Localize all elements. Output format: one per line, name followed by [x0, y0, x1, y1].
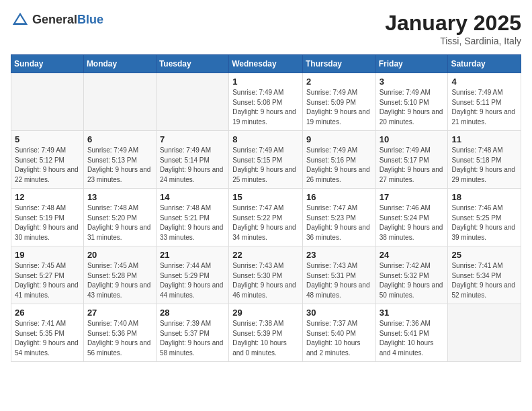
- week-row-3: 12Sunrise: 7:48 AMSunset: 5:19 PMDayligh…: [11, 189, 521, 246]
- day-cell: 19Sunrise: 7:45 AMSunset: 5:27 PMDayligh…: [11, 246, 84, 304]
- day-number: 23: [306, 250, 372, 260]
- day-info: Sunrise: 7:42 AMSunset: 5:32 PMDaylight:…: [380, 261, 445, 300]
- day-info: Sunrise: 7:48 AMSunset: 5:20 PMDaylight:…: [87, 203, 152, 242]
- day-cell: 26Sunrise: 7:41 AMSunset: 5:35 PMDayligh…: [11, 304, 84, 362]
- weekday-header-saturday: Saturday: [448, 55, 521, 73]
- day-cell: 29Sunrise: 7:38 AMSunset: 5:39 PMDayligh…: [229, 304, 303, 362]
- day-cell: [83, 73, 156, 131]
- day-number: 29: [232, 308, 299, 318]
- week-row-2: 5Sunrise: 7:49 AMSunset: 5:12 PMDaylight…: [11, 131, 521, 189]
- day-info: Sunrise: 7:48 AMSunset: 5:18 PMDaylight:…: [451, 146, 517, 185]
- day-cell: 11Sunrise: 7:48 AMSunset: 5:18 PMDayligh…: [448, 131, 521, 189]
- day-info: Sunrise: 7:36 AMSunset: 5:41 PMDaylight:…: [380, 319, 445, 358]
- day-cell: 28Sunrise: 7:39 AMSunset: 5:37 PMDayligh…: [156, 304, 228, 362]
- day-cell: 23Sunrise: 7:43 AMSunset: 5:31 PMDayligh…: [302, 246, 375, 304]
- day-cell: 8Sunrise: 7:49 AMSunset: 5:15 PMDaylight…: [229, 131, 303, 189]
- calendar-table: SundayMondayTuesdayWednesdayThursdayFrid…: [11, 54, 521, 362]
- day-info: Sunrise: 7:41 AMSunset: 5:34 PMDaylight:…: [451, 261, 517, 300]
- weekday-header-row: SundayMondayTuesdayWednesdayThursdayFrid…: [11, 55, 521, 73]
- month-title: January 2025: [385, 11, 521, 36]
- day-number: 17: [380, 192, 445, 202]
- day-number: 7: [160, 134, 225, 144]
- day-number: 5: [15, 134, 80, 144]
- day-number: 4: [451, 77, 517, 87]
- day-info: Sunrise: 7:45 AMSunset: 5:28 PMDaylight:…: [87, 261, 152, 300]
- day-number: 20: [87, 250, 152, 260]
- day-cell: 4Sunrise: 7:49 AMSunset: 5:11 PMDaylight…: [448, 73, 521, 131]
- day-cell: 25Sunrise: 7:41 AMSunset: 5:34 PMDayligh…: [448, 246, 521, 304]
- day-cell: 20Sunrise: 7:45 AMSunset: 5:28 PMDayligh…: [83, 246, 156, 304]
- day-number: 6: [87, 134, 152, 144]
- day-cell: 21Sunrise: 7:44 AMSunset: 5:29 PMDayligh…: [156, 246, 228, 304]
- day-info: Sunrise: 7:49 AMSunset: 5:09 PMDaylight:…: [306, 88, 372, 127]
- day-number: 2: [306, 77, 372, 87]
- day-cell: 22Sunrise: 7:43 AMSunset: 5:30 PMDayligh…: [229, 246, 303, 304]
- weekday-header-thursday: Thursday: [302, 55, 375, 73]
- day-cell: 30Sunrise: 7:37 AMSunset: 5:40 PMDayligh…: [302, 304, 375, 362]
- weekday-header-friday: Friday: [375, 55, 448, 73]
- title-block: January 2025 Tissi, Sardinia, Italy: [385, 11, 521, 46]
- day-number: 13: [87, 192, 152, 202]
- day-info: Sunrise: 7:49 AMSunset: 5:12 PMDaylight:…: [15, 146, 80, 185]
- day-info: Sunrise: 7:48 AMSunset: 5:19 PMDaylight:…: [15, 203, 80, 242]
- day-number: 11: [451, 134, 517, 144]
- day-number: 10: [380, 134, 445, 144]
- day-number: 28: [160, 308, 225, 318]
- day-cell: 12Sunrise: 7:48 AMSunset: 5:19 PMDayligh…: [11, 189, 84, 246]
- day-number: 3: [380, 77, 445, 87]
- day-info: Sunrise: 7:46 AMSunset: 5:24 PMDaylight:…: [380, 203, 445, 242]
- day-number: 19: [15, 250, 80, 260]
- logo-general-text: GeneralBlue: [32, 13, 103, 27]
- week-row-5: 26Sunrise: 7:41 AMSunset: 5:35 PMDayligh…: [11, 304, 521, 362]
- day-cell: 2Sunrise: 7:49 AMSunset: 5:09 PMDaylight…: [302, 73, 375, 131]
- day-number: 26: [15, 308, 80, 318]
- day-number: 30: [306, 308, 372, 318]
- day-info: Sunrise: 7:41 AMSunset: 5:35 PMDaylight:…: [15, 319, 80, 358]
- day-info: Sunrise: 7:49 AMSunset: 5:16 PMDaylight:…: [306, 146, 372, 185]
- day-number: 9: [306, 134, 372, 144]
- day-info: Sunrise: 7:38 AMSunset: 5:39 PMDaylight:…: [232, 319, 299, 358]
- day-info: Sunrise: 7:47 AMSunset: 5:23 PMDaylight:…: [306, 203, 372, 242]
- day-number: 18: [451, 192, 517, 202]
- day-number: 1: [232, 77, 299, 87]
- day-info: Sunrise: 7:49 AMSunset: 5:17 PMDaylight:…: [380, 146, 445, 185]
- day-cell: [11, 73, 84, 131]
- logo-icon: [11, 11, 30, 30]
- weekday-header-wednesday: Wednesday: [229, 55, 303, 73]
- day-number: 25: [451, 250, 517, 260]
- day-number: 21: [160, 250, 225, 260]
- day-info: Sunrise: 7:44 AMSunset: 5:29 PMDaylight:…: [160, 261, 225, 300]
- day-info: Sunrise: 7:49 AMSunset: 5:14 PMDaylight:…: [160, 146, 225, 185]
- day-cell: 3Sunrise: 7:49 AMSunset: 5:10 PMDaylight…: [375, 73, 448, 131]
- day-number: 15: [232, 192, 299, 202]
- day-info: Sunrise: 7:40 AMSunset: 5:36 PMDaylight:…: [87, 319, 152, 358]
- weekday-header-monday: Monday: [83, 55, 156, 73]
- day-cell: 17Sunrise: 7:46 AMSunset: 5:24 PMDayligh…: [375, 189, 448, 246]
- day-cell: 16Sunrise: 7:47 AMSunset: 5:23 PMDayligh…: [302, 189, 375, 246]
- page-header: GeneralBlue January 2025 Tissi, Sardinia…: [11, 11, 521, 46]
- weekday-header-tuesday: Tuesday: [156, 55, 228, 73]
- logo: GeneralBlue: [11, 11, 103, 30]
- day-number: 16: [306, 192, 372, 202]
- day-info: Sunrise: 7:48 AMSunset: 5:21 PMDaylight:…: [160, 203, 225, 242]
- day-number: 8: [232, 134, 299, 144]
- day-cell: 15Sunrise: 7:47 AMSunset: 5:22 PMDayligh…: [229, 189, 303, 246]
- day-number: 27: [87, 308, 152, 318]
- day-info: Sunrise: 7:39 AMSunset: 5:37 PMDaylight:…: [160, 319, 225, 358]
- day-number: 14: [160, 192, 225, 202]
- weekday-header-sunday: Sunday: [11, 55, 84, 73]
- day-cell: 6Sunrise: 7:49 AMSunset: 5:13 PMDaylight…: [83, 131, 156, 189]
- day-info: Sunrise: 7:43 AMSunset: 5:30 PMDaylight:…: [232, 261, 299, 300]
- day-cell: 1Sunrise: 7:49 AMSunset: 5:08 PMDaylight…: [229, 73, 303, 131]
- day-cell: 18Sunrise: 7:46 AMSunset: 5:25 PMDayligh…: [448, 189, 521, 246]
- week-row-4: 19Sunrise: 7:45 AMSunset: 5:27 PMDayligh…: [11, 246, 521, 304]
- day-cell: 14Sunrise: 7:48 AMSunset: 5:21 PMDayligh…: [156, 189, 228, 246]
- day-cell: 7Sunrise: 7:49 AMSunset: 5:14 PMDaylight…: [156, 131, 228, 189]
- day-cell: [156, 73, 228, 131]
- day-number: 24: [380, 250, 445, 260]
- day-cell: 10Sunrise: 7:49 AMSunset: 5:17 PMDayligh…: [375, 131, 448, 189]
- day-info: Sunrise: 7:49 AMSunset: 5:15 PMDaylight:…: [232, 146, 299, 185]
- day-cell: 5Sunrise: 7:49 AMSunset: 5:12 PMDaylight…: [11, 131, 84, 189]
- day-info: Sunrise: 7:45 AMSunset: 5:27 PMDaylight:…: [15, 261, 80, 300]
- day-number: 12: [15, 192, 80, 202]
